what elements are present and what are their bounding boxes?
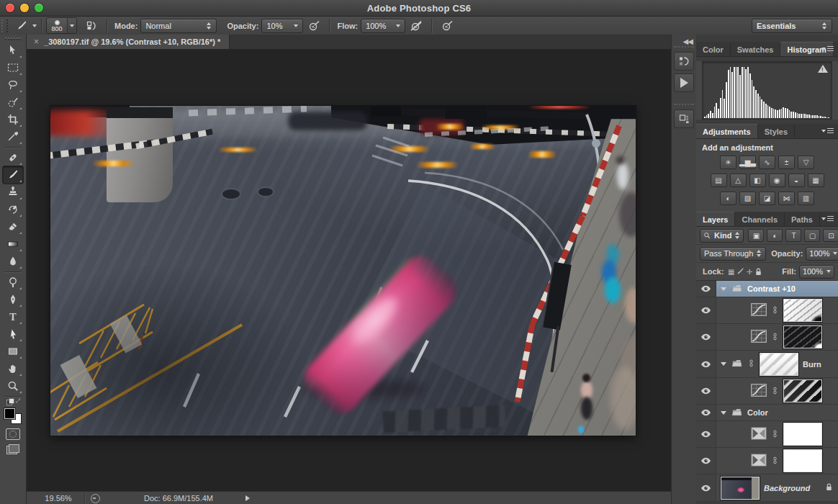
- document-tab[interactable]: × _3080197.tif @ 19.6% (Contrast +10, RG…: [27, 35, 230, 49]
- tool-history-brush[interactable]: [3, 201, 23, 218]
- adjustment-hue-saturation-icon[interactable]: ▤: [711, 174, 727, 187]
- adjustment-curves-icon[interactable]: ∿: [759, 156, 775, 169]
- adjustment-brightness-contrast-icon[interactable]: ☀: [720, 156, 736, 169]
- filter-adjustment-layers-icon[interactable]: ◐: [767, 229, 783, 242]
- mask-link-icon[interactable]: [771, 305, 779, 317]
- tool-rectangular-marquee[interactable]: [3, 59, 23, 76]
- default-swap-colors[interactable]: ⤢: [6, 398, 20, 405]
- workspace-select[interactable]: Essentials: [752, 19, 832, 33]
- layer-row-adjustment[interactable]: [696, 421, 838, 448]
- flow-select[interactable]: 100%: [361, 19, 405, 33]
- actions-panel-icon[interactable]: [674, 73, 694, 92]
- mask-link-icon[interactable]: [771, 455, 779, 467]
- layer-visibility-toggle[interactable]: [696, 448, 716, 474]
- mask-link-icon[interactable]: [771, 331, 779, 343]
- layer-row-color[interactable]: Color: [696, 405, 838, 421]
- lock-transparency-icon[interactable]: ▦: [726, 266, 736, 276]
- layer-visibility-toggle[interactable]: [696, 324, 716, 350]
- tool-quick-selection[interactable]: [3, 94, 23, 111]
- adjustment-selective-color-icon[interactable]: ▥: [798, 192, 814, 205]
- history-panel-icon[interactable]: [674, 52, 694, 71]
- layer-visibility-toggle[interactable]: [696, 474, 716, 501]
- adjustment-black-white-icon[interactable]: ◧: [749, 174, 766, 187]
- adjustment-exposure-icon[interactable]: ±: [778, 156, 795, 169]
- background-layer-thumbnail[interactable]: [721, 477, 760, 500]
- curves-adjustment-icon[interactable]: [751, 330, 767, 344]
- group-disclosure-triangle[interactable]: [721, 287, 726, 291]
- tab-adjustments[interactable]: Adjustments: [696, 124, 758, 138]
- layer-visibility-toggle[interactable]: [696, 351, 716, 377]
- layer-mask-thumbnail[interactable]: [783, 449, 822, 472]
- tab-color[interactable]: Color: [696, 42, 731, 56]
- tool-clone-stamp[interactable]: [3, 184, 23, 201]
- gradient-map-adjustment-icon[interactable]: [751, 454, 767, 468]
- tab-swatches[interactable]: Swatches: [731, 42, 781, 56]
- blend-mode-select[interactable]: Normal: [140, 19, 217, 33]
- tool-presets-panel-icon[interactable]: [674, 109, 694, 128]
- pressure-opacity-icon[interactable]: [305, 19, 323, 33]
- photo-document[interactable]: [50, 106, 636, 436]
- pressure-size-icon[interactable]: [438, 19, 456, 33]
- tool-pen[interactable]: [3, 291, 23, 308]
- mask-link-icon[interactable]: [771, 385, 779, 397]
- adjustment-vibrance-icon[interactable]: ▽: [798, 156, 814, 169]
- group-disclosure-triangle[interactable]: [721, 411, 726, 415]
- tool-blur[interactable]: [3, 253, 23, 270]
- layer-visibility-toggle[interactable]: [696, 297, 716, 323]
- layer-blend-mode-select[interactable]: Pass Through: [700, 247, 766, 261]
- tool-dodge[interactable]: [3, 274, 23, 291]
- gradient-map-adjustment-icon[interactable]: [751, 427, 767, 441]
- filter-smart-objects-icon[interactable]: ⊡: [823, 229, 838, 242]
- lock-pixels-icon[interactable]: [736, 266, 745, 276]
- layer-visibility-toggle[interactable]: [696, 378, 716, 404]
- quick-mask-button[interactable]: [6, 428, 20, 440]
- canvas-area[interactable]: [27, 50, 671, 491]
- tool-path-selection[interactable]: [3, 325, 23, 343]
- layer-row-contrast-10[interactable]: Contrast +10: [696, 281, 838, 297]
- layer-opacity-select[interactable]: 100%: [806, 247, 838, 261]
- mask-link-icon[interactable]: [747, 358, 755, 370]
- tool-eyedropper[interactable]: [3, 128, 23, 145]
- layer-row-background[interactable]: Background: [696, 474, 838, 502]
- tab-channels[interactable]: Channels: [735, 212, 785, 226]
- layer-fill-select[interactable]: 100%: [799, 265, 834, 279]
- status-flyout-arrow[interactable]: [245, 495, 250, 501]
- tool-crop[interactable]: [3, 111, 23, 128]
- brush-preset-picker[interactable]: 800: [46, 17, 77, 34]
- tool-preset-dropdown-arrow[interactable]: [32, 24, 37, 27]
- layer-mask-thumbnail[interactable]: [783, 299, 822, 322]
- foreground-color-chip[interactable]: [4, 408, 15, 419]
- tool-gradient[interactable]: [3, 235, 23, 253]
- tools-panel-grip[interactable]: [5, 37, 21, 40]
- adjustment-channel-mixer-icon[interactable]: ◒: [788, 174, 805, 187]
- layer-row-adjustment[interactable]: [696, 378, 838, 405]
- tool-type[interactable]: T: [3, 308, 23, 325]
- adjustment-invert-icon[interactable]: ◐: [720, 192, 736, 205]
- adjustment-threshold-icon[interactable]: ◪: [759, 192, 775, 205]
- tool-move[interactable]: [3, 42, 23, 59]
- tool-rectangle-shape[interactable]: [3, 343, 23, 360]
- zoom-window-button[interactable]: [35, 4, 43, 12]
- adjustment-color-balance-icon[interactable]: △: [730, 174, 747, 187]
- adjustment-levels-icon[interactable]: ▂▆▃: [739, 156, 756, 169]
- airbrush-toggle-icon[interactable]: [407, 19, 425, 33]
- tool-spot-healing-brush[interactable]: [3, 149, 23, 166]
- foreground-background-colors[interactable]: [4, 408, 22, 424]
- layer-row-adjustment[interactable]: [696, 324, 838, 351]
- lock-all-icon[interactable]: [754, 266, 763, 276]
- adjustment-gradient-map-icon[interactable]: ⋈: [778, 192, 795, 205]
- close-document-icon[interactable]: ×: [34, 37, 39, 46]
- tool-lasso[interactable]: [3, 76, 23, 94]
- layer-mask-thumbnail[interactable]: [760, 353, 798, 376]
- filter-shape-layers-icon[interactable]: ▢: [804, 229, 820, 242]
- tool-eraser[interactable]: [3, 218, 23, 235]
- layer-mask-thumbnail[interactable]: [783, 325, 822, 348]
- panel-menu-icon[interactable]: [821, 128, 834, 133]
- adjustment-photo-filter-icon[interactable]: ◉: [769, 174, 785, 187]
- tab-styles[interactable]: Styles: [758, 125, 795, 138]
- options-bar-grip[interactable]: [1, 19, 8, 32]
- close-window-button[interactable]: [6, 4, 14, 12]
- filter-pixel-layers-icon[interactable]: ▣: [748, 229, 764, 242]
- group-disclosure-triangle[interactable]: [721, 362, 726, 366]
- collapse-panels-icon[interactable]: ◀◀: [683, 37, 693, 45]
